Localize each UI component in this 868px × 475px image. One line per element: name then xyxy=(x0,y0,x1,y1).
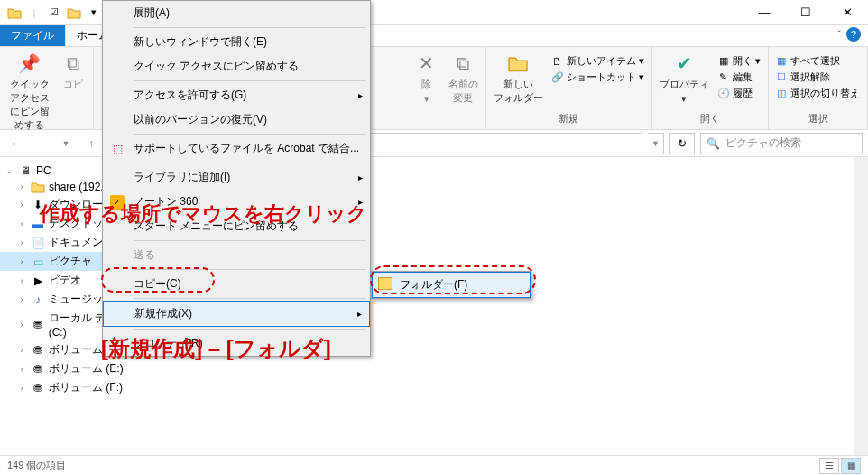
folder-icon xyxy=(67,5,81,20)
ctx-expand[interactable]: 展開(A) xyxy=(103,1,370,25)
tree-vol-f[interactable]: ›⛃ボリューム (F:) xyxy=(0,378,162,397)
folder-icon xyxy=(505,51,531,76)
back-button[interactable]: ← xyxy=(5,134,25,154)
status-bar: 149 個の項目 ☰ ▦ xyxy=(0,455,868,475)
folder-icon xyxy=(31,181,45,193)
scrollbar[interactable] xyxy=(854,157,868,455)
view-details-button[interactable]: ☰ xyxy=(819,458,839,474)
ribbon-organize-group: ✕ 除▾ ⧉ 名前の 変更 xyxy=(407,47,486,129)
ctx-open-new-window[interactable]: 新しいウィンドウで開く(E) xyxy=(103,30,370,54)
folder-icon xyxy=(378,277,392,290)
disk-icon: ⛃ xyxy=(31,363,45,376)
ctx-combine-acrobat[interactable]: ⬚サポートしているファイルを Acrobat で結合... xyxy=(103,136,370,161)
ribbon-clipboard-group: 📌 クイック アクセス にピン留めする ⧉ コピ xyxy=(0,47,94,129)
shortcut-button[interactable]: 🔗ショートカット ▾ xyxy=(552,70,644,84)
open-icon: ▦ xyxy=(718,56,729,67)
ribbon-open-group: ✔ プロパティ▾ ▦開く ▾ ✎編集 🕘履歴 開く xyxy=(652,47,769,129)
document-icon: 🗋 xyxy=(552,56,563,67)
pin-icon: 📌 xyxy=(17,51,42,76)
search-icon: 🔍 xyxy=(706,137,720,150)
history-button[interactable]: 🕘履歴 xyxy=(718,87,761,100)
ribbon-select-group: ▦すべて選択 ☐選択解除 ◫選択の切り替え 選択 xyxy=(769,47,868,129)
ribbon-new-group: 新しい フォルダー 🗋新しいアイテム ▾ 🔗ショートカット ▾ 新規 xyxy=(486,47,652,129)
group-label: 開く xyxy=(700,110,720,126)
edit-button[interactable]: ✎編集 xyxy=(718,70,761,84)
shortcut-icon: 🔗 xyxy=(552,72,563,83)
ctx-send-to[interactable]: 送る xyxy=(103,243,370,267)
checkbox-icon[interactable]: ☑ xyxy=(47,5,61,20)
pin-quick-access-button[interactable]: 📌 クイック アクセス にピン留めする xyxy=(7,51,51,132)
disk-icon: ⛃ xyxy=(31,382,45,395)
close-button[interactable]: ✕ xyxy=(826,0,868,25)
history-icon: 🕘 xyxy=(718,88,729,99)
music-icon: ♪ xyxy=(31,293,45,306)
tab-file[interactable]: ファイル xyxy=(0,25,65,46)
search-box[interactable]: 🔍 ピクチャの検索 xyxy=(700,133,863,154)
select-none-button[interactable]: ☐選択解除 xyxy=(776,70,860,84)
view-icons-button[interactable]: ▦ xyxy=(841,458,861,474)
check-icon: ✔ xyxy=(671,51,697,76)
ctx-add-library[interactable]: ライブラリに追加(I)▸ xyxy=(103,165,370,190)
video-icon: ▶ xyxy=(31,275,45,287)
document-icon: 📄 xyxy=(31,237,45,249)
up-button[interactable]: ↑ xyxy=(81,134,101,154)
address-dropdown[interactable]: ▼ xyxy=(648,133,664,154)
divider: | xyxy=(27,5,42,20)
open-button[interactable]: ▦開く ▾ xyxy=(718,54,761,68)
select-all-button[interactable]: ▦すべて選択 xyxy=(776,54,860,68)
acrobat-icon: ⬚ xyxy=(110,142,125,156)
ribbon-collapse[interactable]: ˇ xyxy=(837,29,841,40)
rename-button[interactable]: ⧉ 名前の 変更 xyxy=(448,51,478,105)
ctx-pin-quick-access[interactable]: クイック アクセスにピン留めする xyxy=(103,54,370,79)
help-icon[interactable]: ? xyxy=(846,27,861,42)
edit-icon: ✎ xyxy=(718,72,729,83)
window-controls: — ☐ ✕ xyxy=(743,0,868,25)
quick-access-toolbar: | ☑ ▾ xyxy=(0,5,101,20)
context-menu: 展開(A) 新しいウィンドウで開く(E) クイック アクセスにピン留めする アク… xyxy=(102,0,371,357)
refresh-button[interactable]: ↻ xyxy=(669,133,695,154)
group-label: 新規 xyxy=(559,110,578,126)
delete-icon: ✕ xyxy=(414,51,439,76)
recent-dropdown[interactable]: ▼ xyxy=(56,134,76,154)
group-label: 選択 xyxy=(808,110,828,126)
rename-icon: ⧉ xyxy=(450,51,476,76)
select-invert-button[interactable]: ◫選択の切り替え xyxy=(776,87,860,100)
context-submenu: フォルダー(F) xyxy=(371,271,531,299)
pictures-icon: ▭ xyxy=(31,256,45,268)
disk-icon: ⛃ xyxy=(31,319,45,331)
forward-button[interactable]: → xyxy=(31,134,51,154)
disk-icon: ⛃ xyxy=(31,344,45,357)
ctx-norton[interactable]: ✓ノートン 360▸ xyxy=(103,190,370,214)
ctx-restore-versions[interactable]: 以前のバージョンの復元(V) xyxy=(103,107,370,132)
norton-icon: ✓ xyxy=(110,195,125,210)
download-icon: ⬇ xyxy=(31,199,45,211)
submenu-folder[interactable]: フォルダー(F) xyxy=(372,272,531,298)
maximize-button[interactable]: ☐ xyxy=(785,0,826,25)
pc-icon: 🖥 xyxy=(18,164,32,177)
copy-button[interactable]: ⧉ コピ xyxy=(60,51,86,132)
folder-icon xyxy=(7,5,22,20)
ctx-grant-access[interactable]: アクセスを許可する(G)▸ xyxy=(103,83,370,107)
search-placeholder: ピクチャの検索 xyxy=(725,135,801,151)
qat-dropdown[interactable]: ▾ xyxy=(87,5,101,20)
new-item-button[interactable]: 🗋新しいアイテム ▾ xyxy=(552,54,644,68)
ctx-pin-start[interactable]: スタート メニューにピン留めする xyxy=(103,214,370,238)
ctx-new[interactable]: 新規作成(X)▸ xyxy=(103,301,370,327)
desktop-icon: ▬ xyxy=(31,218,45,230)
tree-vol-e[interactable]: ›⛃ボリューム (E:) xyxy=(0,359,162,378)
ctx-properties[interactable]: プロパティ(R) xyxy=(103,331,370,356)
ctx-copy[interactable]: コピー(C) xyxy=(103,272,370,296)
new-folder-button[interactable]: 新しい フォルダー xyxy=(494,51,543,105)
properties-button[interactable]: ✔ プロパティ▾ xyxy=(660,51,709,105)
minimize-button[interactable]: — xyxy=(743,0,785,25)
select-invert-icon: ◫ xyxy=(776,88,787,99)
copy-icon: ⧉ xyxy=(60,51,86,76)
select-all-icon: ▦ xyxy=(776,56,787,67)
delete-button[interactable]: ✕ 除▾ xyxy=(414,51,439,105)
item-count: 149 個の項目 xyxy=(7,459,66,472)
select-none-icon: ☐ xyxy=(776,72,787,83)
